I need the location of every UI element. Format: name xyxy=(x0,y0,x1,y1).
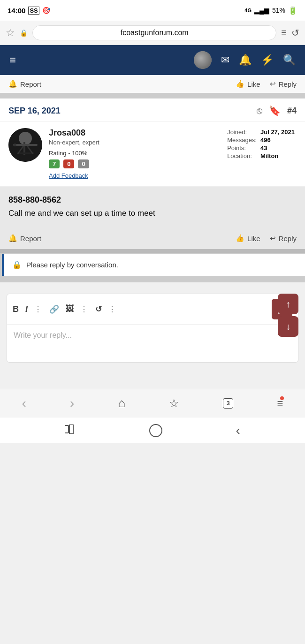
user-info-block: Jrosa008 Non-expert, expert Rating - 100… xyxy=(0,121,305,187)
tabs-button[interactable]: 3 xyxy=(223,398,233,409)
meta-row-joined: Joined: Jul 27, 2021 xyxy=(225,128,297,136)
status-time-area: 14:00 SS 🎯 xyxy=(8,7,50,15)
prev-reply-button[interactable]: ↩ Reply xyxy=(270,80,297,88)
composer-wrapper: B I ⋮ 🔗 🖼 ⋮ ↺ ⋮ xyxy=(0,286,305,370)
toolbar-main: B I ⋮ 🔗 🖼 ⋮ ↺ ⋮ xyxy=(13,304,261,314)
user-badges-row: 7 0 0 xyxy=(49,159,99,168)
meta-row-location: Location: Milton xyxy=(225,152,297,160)
reply-button[interactable]: ↩ Reply xyxy=(270,234,297,242)
user-rating-row: Rating - 100% xyxy=(49,150,99,157)
rating-label: Rating - 100% xyxy=(49,150,87,157)
browser-menu-icon[interactable]: ≡ xyxy=(281,27,287,38)
composer-box: B I ⋮ 🔗 🖼 ⋮ ↺ ⋮ xyxy=(7,294,298,363)
location-value: Milton xyxy=(259,152,297,160)
back-button-android[interactable]: ‹ xyxy=(236,423,240,438)
scroll-up-icon: ↑ xyxy=(286,299,290,310)
divider-gray xyxy=(0,277,305,282)
badge-negative[interactable]: 0 xyxy=(63,159,74,168)
svg-line-5 xyxy=(27,146,33,154)
forward-button[interactable]: › xyxy=(70,396,74,411)
prev-like-reply: 👍 Like ↩ Reply xyxy=(236,80,297,88)
prev-reply-label: Reply xyxy=(279,80,297,88)
points-label: Points: xyxy=(225,144,259,152)
like-label: Like xyxy=(247,235,260,242)
badge-positive[interactable]: 7 xyxy=(49,159,60,168)
post-date: SEP 16, 2021 xyxy=(8,106,61,116)
link-button[interactable]: 🔗 xyxy=(49,304,59,314)
star-button[interactable]: ☆ xyxy=(169,397,179,410)
user-meta: Joined: Jul 27, 2021 Messages: 496 Point… xyxy=(225,128,297,160)
post-phone: 858-880-8562 xyxy=(8,195,297,205)
recent-apps-button[interactable] xyxy=(65,424,76,437)
scroll-up-button[interactable]: ↑ xyxy=(278,294,298,314)
status-ss-icon: SS xyxy=(28,7,39,15)
post-actions: 🔔 Report 👍 Like ↩ Reply xyxy=(0,229,305,249)
tab-count-badge: 3 xyxy=(223,398,233,409)
meta-row-points: Points: 43 xyxy=(225,144,297,152)
more-options-2-icon[interactable]: ⋮ xyxy=(80,305,89,314)
svg-rect-9 xyxy=(65,425,69,433)
bell-icon[interactable]: 🔔 xyxy=(239,54,252,66)
composer-toolbar: B I ⋮ 🔗 🖼 ⋮ ↺ ⋮ xyxy=(7,294,298,325)
nav-icons: ✉ 🔔 ⚡ 🔍 xyxy=(194,51,296,69)
report-bell-icon: 🔔 xyxy=(8,80,17,88)
composer-area: B I ⋮ 🔗 🖼 ⋮ ↺ ⋮ xyxy=(0,286,305,370)
url-bar[interactable]: fcoastgunforum.com xyxy=(32,25,276,40)
svg-line-4 xyxy=(18,146,23,154)
browser-menu-lines-icon: ≡ xyxy=(277,397,283,409)
post-text: Call me and we can set up a time to meet xyxy=(8,209,297,218)
bolt-icon[interactable]: ⚡ xyxy=(261,54,274,66)
image-button[interactable]: 🖼 xyxy=(66,304,74,314)
scroll-buttons: ↑ ↓ xyxy=(278,294,298,337)
prev-post-footer: 🔔 Report 👍 Like ↩ Reply xyxy=(0,75,305,95)
bottom-spacer xyxy=(0,370,305,389)
status-bar: 14:00 SS 🎯 4G ▂▄▆ 51% 🔋 xyxy=(0,0,305,21)
report-label: Report xyxy=(20,235,41,242)
more-options-3-icon[interactable]: ⋮ xyxy=(108,305,117,314)
search-icon[interactable]: 🔍 xyxy=(283,54,296,66)
browser-bar: ☆ 🔒 fcoastgunforum.com ≡ ↺ xyxy=(0,21,305,45)
user-avatar[interactable] xyxy=(8,128,42,162)
avatar-image xyxy=(8,128,42,162)
browser-overflow-menu-button[interactable]: ≡ xyxy=(277,397,283,409)
badge-neutral[interactable]: 0 xyxy=(78,159,89,168)
prev-report-label: Report xyxy=(20,80,41,88)
location-label: Location: xyxy=(225,152,259,160)
messages-label: Messages: xyxy=(225,136,259,144)
mail-icon[interactable]: ✉ xyxy=(221,54,229,66)
more-options-1-icon[interactable]: ⋮ xyxy=(34,305,43,314)
refresh-icon[interactable]: ↺ xyxy=(291,27,299,38)
back-button[interactable]: ‹ xyxy=(22,396,26,411)
status-time: 14:00 xyxy=(8,7,25,15)
reply-textarea[interactable]: Write your reply... xyxy=(7,325,298,362)
undo-button[interactable]: ↺ xyxy=(95,304,102,314)
svg-point-1 xyxy=(19,132,32,145)
share-icon[interactable]: ⎋ xyxy=(257,106,262,116)
nav-bar: ≡ ✉ 🔔 ⚡ 🔍 xyxy=(0,45,305,75)
android-nav-bar: ‹ xyxy=(0,417,305,443)
section-divider xyxy=(0,95,305,98)
bookmark-icon[interactable]: 🔖 xyxy=(269,105,281,116)
add-feedback-link[interactable]: Add Feedback xyxy=(49,172,88,179)
svg-rect-3 xyxy=(17,152,34,154)
report-button[interactable]: 🔔 Report xyxy=(8,234,41,242)
hamburger-icon[interactable]: ≡ xyxy=(9,53,16,67)
user-subtitle: Non-expert, expert xyxy=(49,139,99,146)
user-name[interactable]: Jrosa008 xyxy=(49,128,99,138)
italic-button[interactable]: I xyxy=(25,304,28,314)
user-avatar-nav[interactable] xyxy=(194,51,212,69)
status-signal: ▂▄▆ xyxy=(254,7,269,14)
prev-like-button[interactable]: 👍 Like xyxy=(236,80,260,88)
bold-button[interactable]: B xyxy=(13,304,19,314)
meta-row-messages: Messages: 496 xyxy=(225,136,297,144)
like-button[interactable]: 👍 Like xyxy=(236,234,260,242)
home-button[interactable]: ⌂ xyxy=(118,396,125,410)
post-header-icons: ⎋ 🔖 #4 xyxy=(257,105,297,116)
prev-report-button[interactable]: 🔔 Report xyxy=(8,80,41,88)
scroll-down-button[interactable]: ↓ xyxy=(278,316,298,337)
joined-label: Joined: xyxy=(225,128,259,136)
svg-rect-6 xyxy=(13,144,38,146)
home-button-android[interactable] xyxy=(149,424,162,437)
favorite-star-icon[interactable]: ☆ xyxy=(6,27,15,39)
report-icon: 🔔 xyxy=(8,234,17,242)
